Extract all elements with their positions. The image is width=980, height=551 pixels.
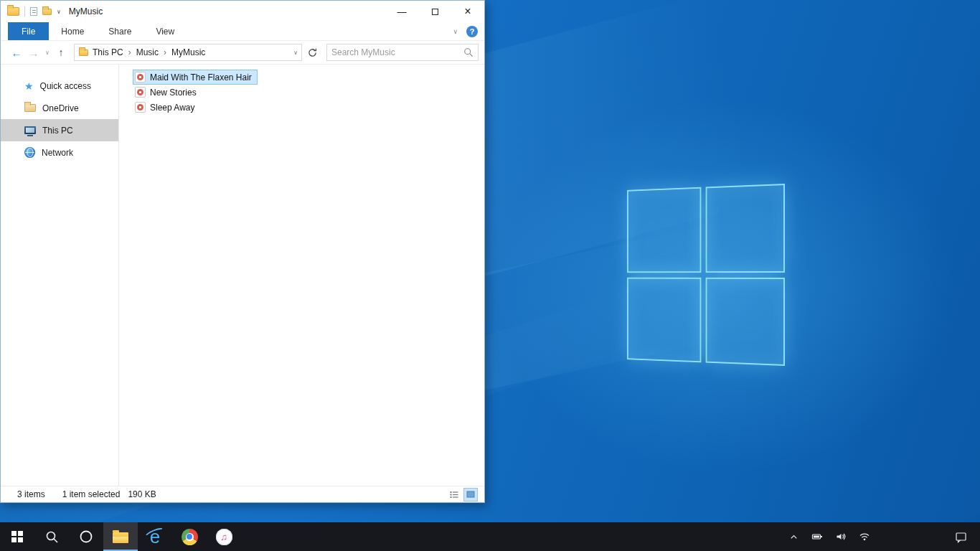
window-folder-icon [7,7,19,16]
window-body: ★ Quick access OneDrive This PC Network [1,65,484,486]
itunes-icon: ♫ [216,529,232,545]
ribbon-right-controls: ∨ ? [453,22,478,41]
help-icon[interactable]: ? [466,26,478,37]
toolbar-separator [24,6,25,17]
breadcrumb-mymusic[interactable]: MyMusic [171,47,205,57]
sidebar-item-label: Quick access [40,81,91,91]
thumbnail-view-button[interactable] [463,488,478,501]
windows-start-icon [11,531,24,543]
recent-locations-chevron-icon[interactable]: ∨ [42,44,52,61]
quick-access-star-icon: ★ [24,81,34,91]
chevron-up-icon [788,532,799,542]
breadcrumb-this-pc[interactable]: This PC [93,47,123,57]
network-wifi-button[interactable] [857,522,872,551]
file-explorer-icon [113,532,128,543]
sidebar-item-label: Network [42,148,73,158]
chrome-icon [182,529,198,545]
item-count: 3 items [17,489,45,499]
title-bar[interactable]: ∨ MyMusic — × [1,1,484,22]
taskbar-itunes-button[interactable]: ♫ [207,522,241,551]
breadcrumb-music[interactable]: Music [136,47,159,57]
thumbnail-view-icon [466,489,476,499]
refresh-button[interactable] [303,44,321,61]
selection-size: 190 KB [128,489,156,499]
file-item[interactable]: Maid With The Flaxen Hair [133,70,258,85]
file-item[interactable]: Sleep Away [133,100,201,115]
taskbar-chrome-button[interactable] [172,522,207,551]
status-bar: 3 items 1 item selected 190 KB [1,486,484,502]
navigation-pane: ★ Quick access OneDrive This PC Network [1,65,119,486]
file-item[interactable]: New Stories [133,85,202,100]
desktop: ∨ MyMusic — × File Home Share View ∨ ? ←… [0,0,980,551]
taskbar-file-explorer-button[interactable] [103,522,138,551]
sidebar-item-this-pc[interactable]: This PC [1,119,118,141]
wifi-icon [859,531,870,542]
maximize-button[interactable] [418,1,451,22]
sidebar-item-onedrive[interactable]: OneDrive [1,97,118,119]
show-hidden-icons-button[interactable] [786,522,801,551]
tab-view[interactable]: View [143,22,187,40]
qat-new-folder-icon[interactable] [42,9,52,15]
address-bar[interactable]: This PC › Music › MyMusic ∨ [74,44,302,61]
file-name: New Stories [150,88,197,98]
file-explorer-window: ∨ MyMusic — × File Home Share View ∨ ? ←… [0,0,485,503]
qat-customize-chevron-icon[interactable]: ∨ [57,9,61,15]
qat-properties-icon[interactable] [30,7,37,16]
cortana-button[interactable] [69,522,103,551]
audio-file-icon [135,72,146,83]
breadcrumb-separator-icon: › [128,47,131,57]
address-dropdown-chevron-icon[interactable]: ∨ [293,50,298,56]
search-box[interactable] [326,44,479,61]
sidebar-item-label: This PC [42,126,73,136]
address-folder-icon [79,50,88,56]
breadcrumb-separator-icon: › [164,47,166,57]
view-switcher [447,486,478,502]
action-center-button[interactable] [953,522,969,551]
quick-access-toolbar: ∨ [7,6,61,17]
breadcrumb: This PC › Music › MyMusic [93,47,289,57]
file-name: Maid With The Flaxen Hair [150,72,252,83]
search-icon [45,530,59,544]
window-title: MyMusic [69,6,103,17]
sidebar-item-network[interactable]: Network [1,141,118,164]
refresh-icon [307,47,318,58]
action-center-area [953,522,969,551]
sidebar-item-quick-access[interactable]: ★ Quick access [1,75,118,97]
sidebar-item-label: OneDrive [42,103,79,113]
audio-file-icon [135,102,146,113]
navigation-bar: ← → ∨ ↑ This PC › Music › MyMusic ∨ [1,41,484,65]
tab-share[interactable]: Share [96,22,143,40]
maximize-icon [432,9,438,15]
details-view-button[interactable] [447,488,461,501]
close-button[interactable]: × [451,1,484,22]
volume-button[interactable] [833,522,849,551]
taskbar-internet-explorer-button[interactable]: e [138,522,172,551]
details-view-icon [449,489,459,499]
computer-icon [24,126,36,134]
expand-ribbon-chevron-icon[interactable]: ∨ [453,28,458,35]
battery-icon [811,531,823,542]
audio-file-icon [135,87,146,98]
minimize-button[interactable]: — [385,1,418,22]
onedrive-icon [24,104,36,112]
cortana-circle-icon [79,529,93,544]
taskbar: e ♫ [0,522,980,551]
system-tray [786,522,872,551]
tab-file[interactable]: File [8,22,49,40]
search-icon [463,47,473,57]
file-name: Sleep Away [150,103,195,113]
speaker-icon [835,531,847,542]
up-button[interactable]: ↑ [52,44,70,61]
start-button[interactable] [0,522,34,551]
action-center-icon [955,531,967,543]
battery-button[interactable] [809,522,825,551]
back-button[interactable]: ← [8,44,25,61]
selection-count: 1 item selected [62,489,121,499]
tab-home[interactable]: Home [49,22,96,40]
search-input[interactable] [331,47,463,57]
file-list: Maid With The Flaxen Hair New Stories Sl… [119,65,484,486]
ribbon-tab-row: File Home Share View ∨ ? [1,22,484,41]
music-note-icon: ♫ [220,532,227,542]
taskbar-search-button[interactable] [34,522,69,551]
forward-button[interactable]: → [25,44,42,61]
